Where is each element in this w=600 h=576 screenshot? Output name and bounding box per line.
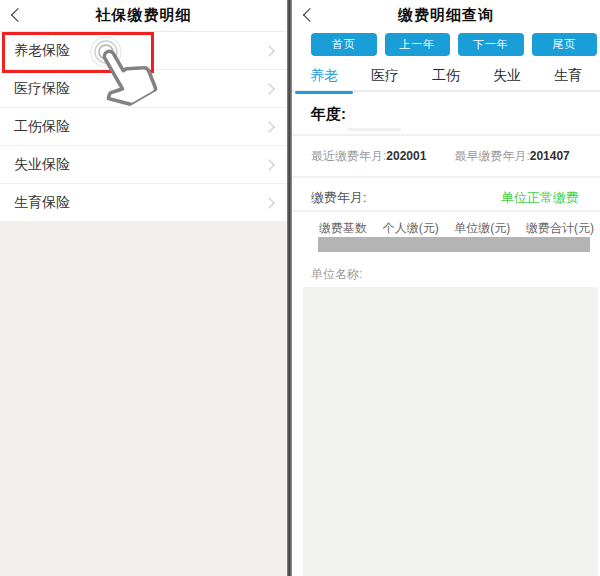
recent-payment-month: 最近缴费年月:202001	[311, 148, 426, 165]
chevron-right-icon	[263, 121, 274, 132]
col-header-base: 缴费基数	[319, 220, 367, 237]
col-header-total: 缴费合计(元)	[526, 220, 594, 237]
pay-month-row: 缴费年月: 单位正常缴费	[311, 189, 579, 207]
list-item-label: 生育保险	[14, 194, 70, 212]
section-divider	[292, 210, 600, 212]
left-empty-area	[0, 222, 287, 576]
company-name-label: 单位名称:	[311, 266, 362, 283]
page-title: 社保缴费明细	[96, 6, 192, 25]
section-divider	[292, 176, 600, 178]
chevron-right-icon	[263, 197, 274, 208]
list-item-label: 养老保险	[14, 42, 70, 60]
list-item-pension[interactable]: 养老保险	[0, 32, 287, 70]
last-page-button[interactable]: 尾页	[532, 33, 598, 56]
section-divider	[292, 134, 600, 136]
left-header: 社保缴费明细	[0, 0, 287, 32]
earliest-payment-month: 最早缴费年月:201407	[454, 148, 569, 165]
list-item-medical[interactable]: 医疗保险	[0, 70, 287, 108]
year-input-underline[interactable]	[347, 128, 401, 131]
col-header-employer: 单位缴(元)	[454, 220, 510, 237]
payment-status-badge: 单位正常缴费	[501, 189, 579, 207]
right-header: 缴费明细查询	[292, 0, 600, 31]
payment-date-range: 最近缴费年月:202001 最早缴费年月:201407	[311, 148, 570, 165]
list-item-label: 医疗保险	[14, 80, 70, 98]
chevron-right-icon	[263, 159, 274, 170]
tab-maternity[interactable]: 生育	[554, 67, 582, 85]
list-item-unemployment[interactable]: 失业保险	[0, 146, 287, 184]
pay-month-label: 缴费年月:	[311, 189, 367, 207]
chevron-right-icon	[263, 45, 274, 56]
chevron-right-icon	[263, 83, 274, 94]
left-screen-social-insurance-detail: 社保缴费明细 养老保险 医疗保险 工伤保险 失业保险 生育保险	[0, 0, 287, 576]
list-item-work-injury[interactable]: 工伤保险	[0, 108, 287, 146]
redacted-data-row	[318, 237, 590, 252]
right-screen-payment-detail-query: 缴费明细查询 首页 上一年 下一年 尾页 养老 医疗 工伤 失业 生育 年度: …	[292, 0, 600, 576]
tab-medical[interactable]: 医疗	[371, 67, 399, 85]
insurance-tabs: 养老 医疗 工伤 失业 生育	[292, 62, 600, 92]
list-item-maternity[interactable]: 生育保险	[0, 184, 287, 222]
page-title: 缴费明细查询	[398, 6, 494, 25]
next-year-button[interactable]: 下一年	[458, 33, 524, 56]
tab-unemployment[interactable]: 失业	[493, 67, 521, 85]
col-header-personal: 个人缴(元)	[383, 220, 439, 237]
tab-work-injury[interactable]: 工伤	[432, 67, 460, 85]
right-empty-area	[303, 287, 598, 576]
back-icon[interactable]	[11, 8, 25, 22]
tab-pension[interactable]: 养老	[310, 67, 338, 85]
payment-table-header: 缴费基数 个人缴(元) 单位缴(元) 缴费合计(元)	[319, 220, 594, 237]
year-label: 年度:	[311, 105, 346, 124]
first-page-button[interactable]: 首页	[311, 33, 377, 56]
list-item-label: 工伤保险	[14, 118, 70, 136]
previous-year-button[interactable]: 上一年	[385, 33, 451, 56]
pager-button-row: 首页 上一年 下一年 尾页	[311, 33, 597, 56]
list-item-label: 失业保险	[14, 156, 70, 174]
back-icon[interactable]	[303, 8, 317, 22]
